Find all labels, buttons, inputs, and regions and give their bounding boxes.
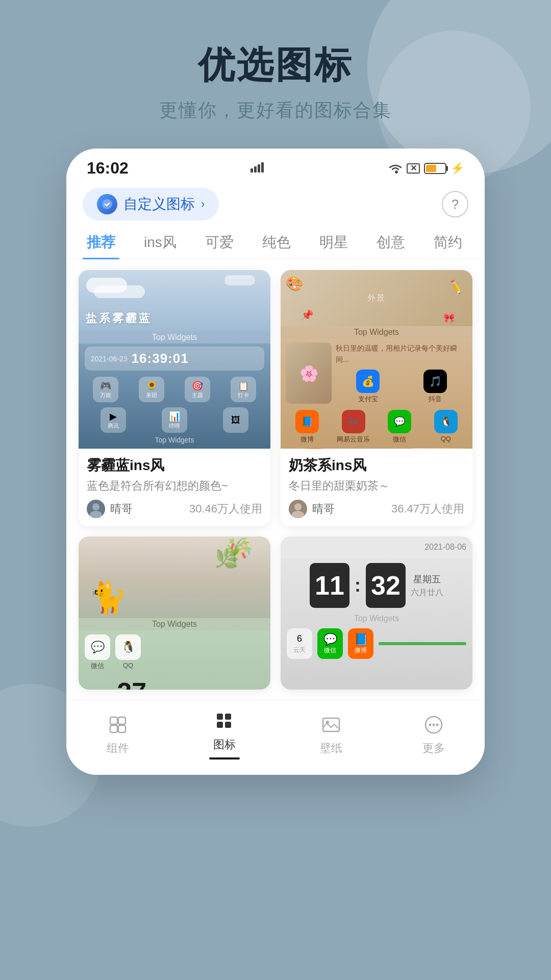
status-icons: ✕ ⚡ xyxy=(388,162,464,175)
card1-clock: 16:39:01 xyxy=(132,351,189,366)
svg-rect-1 xyxy=(254,166,257,173)
nav-icon-label: 图标 xyxy=(213,737,236,752)
nav-more-label: 更多 xyxy=(422,741,445,756)
svg-rect-13 xyxy=(110,725,117,732)
svg-point-20 xyxy=(326,721,329,724)
card1-avatar xyxy=(87,500,105,518)
help-button[interactable]: ? xyxy=(442,191,468,217)
tab-creative[interactable]: 创意 xyxy=(372,226,409,259)
card2-brand: 四川天府健康 xyxy=(409,448,467,449)
card1-meta: 晴哥 30.46万人使用 xyxy=(87,500,262,518)
card1-name: 雾霾蓝ins风 xyxy=(87,456,262,475)
app-tiktok: 🎵 抖音 xyxy=(403,370,467,404)
svg-point-24 xyxy=(436,724,438,726)
nav-icon[interactable]: 图标 xyxy=(209,710,240,760)
custom-btn-arrow: › xyxy=(201,198,205,211)
card4-weibo: 📘 微博 xyxy=(348,628,373,659)
svg-rect-11 xyxy=(110,717,117,724)
tab-cute[interactable]: 可爱 xyxy=(201,226,238,259)
app-icon-meituan: 🌻美团 xyxy=(139,377,164,402)
nav-widget[interactable]: 组件 xyxy=(107,714,129,756)
x-icon: ✕ xyxy=(407,163,420,174)
app-netease: 🎶 网易云音乐 xyxy=(332,410,375,444)
card3-preview: 🎋 🌿 🐈 Top Widgets 💬 微信 🐧 QQ xyxy=(79,536,270,690)
svg-rect-15 xyxy=(217,714,223,720)
app-zhifubao: 💰 支付宝 xyxy=(336,370,400,404)
custom-icon-emoji xyxy=(97,194,117,214)
tab-star[interactable]: 明星 xyxy=(315,226,352,259)
card4-sep: : xyxy=(355,575,361,596)
card1-topwidgets-bottom: Top Widgets xyxy=(79,435,270,445)
theme-card-3[interactable]: 🎋 🌿 🐈 Top Widgets 💬 微信 🐧 QQ xyxy=(79,536,270,690)
nav-icon-indicator xyxy=(209,757,240,760)
bottom-nav: 组件 图标 壁纸 xyxy=(66,700,485,775)
svg-point-23 xyxy=(432,724,435,726)
app-icon-wechat: 📋打卡 xyxy=(231,377,256,402)
app-icon-photo: 🖼 xyxy=(223,407,248,433)
app-photos: 🖼 照片 xyxy=(347,448,406,449)
card3-date-num: 27 xyxy=(117,677,146,690)
status-time: 16:02 xyxy=(87,159,129,178)
card4-weekday: 星期五 xyxy=(413,573,441,585)
card4-hour: 11 xyxy=(310,563,349,608)
app-weibo: 📘 微博 xyxy=(286,410,329,444)
tab-ins[interactable]: ins风 xyxy=(140,226,181,259)
card2-preview: 🎨 ✏️ 📌 🎀 外景 Top Widgets 🌸 秋日里的温暖，用相片记录每个… xyxy=(281,270,472,449)
card3-wechat: 💬 微信 xyxy=(85,634,110,671)
app-icon-wanju: 🎮万能 xyxy=(93,377,118,402)
card1-preview: 👑 盐系雾霾蓝 Top Widgets 2021-06-23 16:39:01 xyxy=(79,270,270,449)
page-subtitle: 更懂你，更好看的图标合集 xyxy=(0,98,551,123)
app-wechat2: 💬 微信 xyxy=(378,410,421,444)
battery-icon xyxy=(424,163,446,174)
app-qq: 🐧 QQ xyxy=(424,410,468,444)
svg-point-4 xyxy=(102,199,112,209)
card1-info: 雾霾蓝ins风 蓝色是符合所有幻想的颜色~ 晴哥 30.46万人使用 xyxy=(79,449,270,526)
card1-desc: 蓝色是符合所有幻想的颜色~ xyxy=(87,478,262,494)
card2-widgets-label: Top Widgets xyxy=(281,326,472,338)
nav-more[interactable]: 更多 xyxy=(422,714,445,756)
card1-users: 30.46万人使用 xyxy=(189,501,262,517)
phone-frame: 16:02 ✕ ⚡ xyxy=(66,149,485,775)
bolt-icon: ⚡ xyxy=(450,162,464,175)
svg-point-22 xyxy=(429,724,431,726)
card4-preview: 2021-08-06 11 : 32 星期五 六月廿八 Top Widgets … xyxy=(281,536,472,690)
theme-card-2[interactable]: 🎨 ✏️ 📌 🎀 外景 Top Widgets 🌸 秋日里的温暖，用相片记录每个… xyxy=(281,270,472,526)
cards-grid: 👑 盐系雾霾蓝 Top Widgets 2021-06-23 16:39:01 xyxy=(66,270,485,690)
svg-rect-3 xyxy=(261,162,264,173)
card2-desc: 冬日里的甜栗奶茶～ xyxy=(289,478,464,494)
custom-icon-button[interactable]: 自定义图标 › xyxy=(83,188,219,220)
svg-point-9 xyxy=(294,503,302,510)
nav-widget-icon xyxy=(107,714,129,738)
card1-date: 2021-06-23 xyxy=(91,355,128,363)
nav-more-icon xyxy=(423,714,444,738)
card2-info: 奶茶系ins风 冬日里的甜栗奶茶～ 晴哥 36.47万人使用 xyxy=(281,449,472,526)
card2-meta: 晴哥 36.47万人使用 xyxy=(289,500,464,518)
card4-date: 2021-08-06 xyxy=(281,536,472,558)
card2-name: 奶茶系ins风 xyxy=(289,456,464,475)
svg-rect-0 xyxy=(251,168,253,173)
svg-point-6 xyxy=(92,503,99,510)
nav-wallpaper[interactable]: 壁纸 xyxy=(320,714,342,756)
tab-pure[interactable]: 纯色 xyxy=(258,226,295,259)
card2-author: 晴哥 xyxy=(312,501,335,517)
custom-icon-bar: 自定义图标 › ? xyxy=(66,183,485,226)
theme-card-4[interactable]: 2021-08-06 11 : 32 星期五 六月廿八 Top Widgets … xyxy=(281,536,472,690)
tab-recommend[interactable]: 推荐 xyxy=(83,226,119,259)
nav-widget-label: 组件 xyxy=(107,741,129,756)
app-icon-zhubozhuye: 🎯主题 xyxy=(185,377,210,402)
card4-progress xyxy=(379,642,466,645)
svg-rect-17 xyxy=(217,722,223,728)
tab-simple[interactable]: 简约 xyxy=(430,226,466,259)
card2-avatar xyxy=(289,500,307,518)
svg-rect-16 xyxy=(225,714,231,720)
nav-wallpaper-label: 壁纸 xyxy=(320,741,342,756)
svg-rect-2 xyxy=(258,164,260,173)
status-signal xyxy=(251,161,266,176)
app-icon-tencent: ▶腾讯 xyxy=(101,407,126,433)
card1-title: 盐系雾霾蓝 xyxy=(86,311,152,326)
card4-wechat: 💬 微信 xyxy=(317,628,343,659)
help-label: ? xyxy=(452,197,459,212)
theme-card-1[interactable]: 👑 盐系雾霾蓝 Top Widgets 2021-06-23 16:39:01 xyxy=(79,270,270,526)
nav-wallpaper-icon xyxy=(320,714,342,738)
svg-rect-12 xyxy=(118,717,126,724)
